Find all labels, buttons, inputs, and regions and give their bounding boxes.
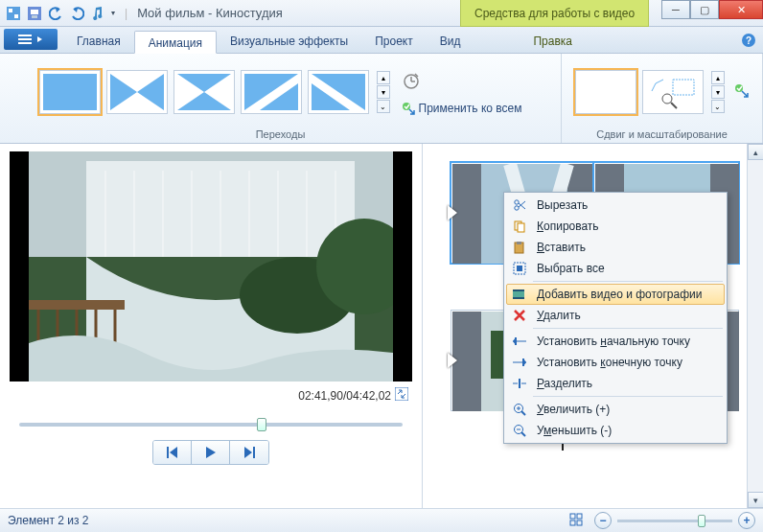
prev-frame-button[interactable] <box>153 441 192 464</box>
zoom-control: − + <box>594 512 755 529</box>
zoom-thumb[interactable] <box>698 515 705 527</box>
seek-thumb[interactable] <box>257 418 266 431</box>
play-button[interactable] <box>192 441 230 464</box>
status-item-count: Элемент 2 из 2 <box>8 514 89 527</box>
music-icon[interactable] <box>90 6 105 21</box>
zoom-in-icon <box>510 401 529 418</box>
minimize-button[interactable]: ─ <box>661 0 690 19</box>
statusbar: Элемент 2 из 2 − + <box>0 508 763 532</box>
svg-rect-28 <box>167 447 169 458</box>
transitions-scroll-down[interactable]: ▾ <box>377 85 390 99</box>
menu-zoom-out[interactable]: Уменьшить (-) <box>506 420 725 441</box>
menu-set-end[interactable]: Установить конечную точку <box>506 352 725 373</box>
panzoom-scroll-down[interactable]: ▾ <box>711 85 725 99</box>
svg-rect-49 <box>513 297 524 299</box>
menu-cut[interactable]: Вырезать <box>506 195 725 216</box>
svg-rect-54 <box>570 520 575 525</box>
thumbnails-view-icon[interactable] <box>569 513 585 529</box>
svg-rect-48 <box>513 289 524 291</box>
ribbon: ▴ ▾ ⌄ Применить ко всем Переходы <box>0 54 763 144</box>
svg-rect-2 <box>14 14 18 18</box>
window-controls: ─ ▢ ✕ <box>661 0 763 19</box>
set-start-icon <box>510 333 529 350</box>
next-frame-button[interactable] <box>230 441 268 464</box>
scissors-icon <box>510 197 529 214</box>
add-media-icon <box>510 286 529 303</box>
panzoom-expand[interactable]: ⌄ <box>711 100 725 113</box>
scroll-up-icon[interactable]: ▴ <box>748 144 763 160</box>
panzoom-none[interactable] <box>575 70 636 114</box>
redo-icon[interactable] <box>69 6 84 21</box>
context-menu: Вырезать ККопироватьопировать Вставить В… <box>503 192 728 444</box>
svg-rect-44 <box>517 242 521 244</box>
transition-bowtie[interactable] <box>173 70 235 114</box>
transition-cross[interactable] <box>106 70 168 114</box>
help-icon[interactable]: ? <box>742 34 755 47</box>
svg-rect-9 <box>43 74 97 110</box>
copy-icon <box>510 218 529 235</box>
svg-rect-4 <box>31 10 38 14</box>
file-menu-button[interactable] <box>4 29 58 50</box>
undo-icon[interactable] <box>48 6 63 21</box>
zoom-out-button[interactable]: − <box>594 512 612 529</box>
contextual-tab-header: Средства для работы с видео <box>460 0 649 27</box>
transition-diag2[interactable] <box>308 70 369 114</box>
group-label-panzoom: Сдвиг и масштабирование <box>596 127 728 143</box>
svg-rect-42 <box>518 223 524 232</box>
duration-icon[interactable] <box>402 70 522 92</box>
transitions-scroll-up[interactable]: ▴ <box>377 71 390 84</box>
group-label-transitions: Переходы <box>256 127 306 143</box>
save-icon[interactable] <box>27 6 42 21</box>
menu-split[interactable]: Разделить <box>506 373 725 394</box>
split-icon <box>510 375 529 392</box>
quick-access-toolbar: ▾ <box>0 6 121 21</box>
svg-rect-52 <box>570 514 575 519</box>
play-marker-icon <box>448 353 457 368</box>
transitions-expand[interactable]: ⌄ <box>377 100 390 113</box>
close-button[interactable]: ✕ <box>719 0 763 19</box>
zoom-slider[interactable] <box>617 520 732 522</box>
playback-controls <box>152 440 269 465</box>
set-end-icon <box>510 354 529 371</box>
play-marker-icon <box>448 205 457 220</box>
panzoom-auto[interactable] <box>642 70 704 114</box>
svg-point-40 <box>515 206 519 210</box>
panzoom-scroll-up[interactable]: ▴ <box>711 71 725 84</box>
preview-video <box>10 151 412 382</box>
svg-rect-46 <box>517 266 522 271</box>
svg-rect-16 <box>579 74 633 110</box>
svg-rect-55 <box>577 520 582 525</box>
transition-none[interactable] <box>39 70 101 114</box>
preview-pane: 02:41,90/04:42,02 <box>0 144 422 508</box>
timecode: 02:41,90/04:42,02 <box>298 387 408 404</box>
menu-delete[interactable]: Удалить <box>506 305 725 326</box>
maximize-button[interactable]: ▢ <box>690 0 719 19</box>
tab-effects[interactable]: Визуальные эффекты <box>217 30 361 53</box>
menu-add-media[interactable]: Добавить видео и фотографии <box>506 284 725 305</box>
menu-set-start[interactable]: Установить начальную точку <box>506 331 725 352</box>
svg-rect-24 <box>29 300 125 310</box>
menu-zoom-in[interactable]: Увеличить (+) <box>506 399 725 420</box>
apply-to-all-button[interactable]: Применить ко всем <box>402 102 522 115</box>
seek-slider[interactable] <box>19 423 403 427</box>
svg-rect-1 <box>9 9 12 12</box>
menu-select-all[interactable]: Выбрать все <box>506 258 725 279</box>
fullscreen-icon[interactable] <box>395 387 408 404</box>
transition-diag1[interactable] <box>241 70 302 114</box>
tab-edit[interactable]: Правка <box>520 30 586 53</box>
tab-project[interactable]: Проект <box>361 30 427 53</box>
titlebar: ▾ | Мой фильм - Киностудия Средства для … <box>0 0 763 27</box>
svg-rect-5 <box>32 15 37 18</box>
tab-home[interactable]: Главная <box>63 30 134 53</box>
select-all-icon <box>510 260 529 277</box>
scroll-down-icon[interactable]: ▾ <box>748 492 763 508</box>
qat-dropdown-icon[interactable]: ▾ <box>111 9 115 17</box>
panzoom-apply-all-icon[interactable] <box>734 83 750 102</box>
tab-view[interactable]: Вид <box>427 30 474 53</box>
storyboard-scrollbar[interactable]: ▴ ▾ <box>747 144 763 508</box>
menu-copy[interactable]: ККопироватьопировать <box>506 216 725 237</box>
svg-rect-27 <box>395 387 408 401</box>
tab-animation[interactable]: Анимация <box>134 31 217 54</box>
zoom-in-button[interactable]: + <box>738 512 755 529</box>
menu-paste[interactable]: Вставить <box>506 237 725 258</box>
